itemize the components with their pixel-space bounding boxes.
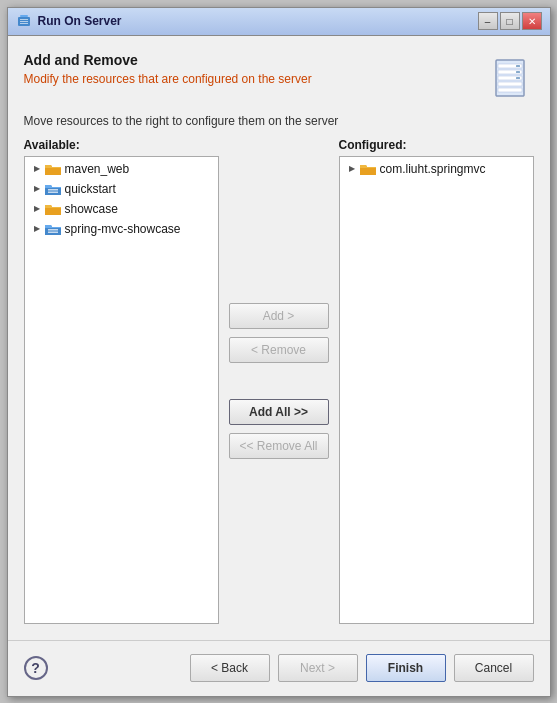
item-label: maven_web [65, 162, 130, 176]
expand-arrow: ▶ [31, 183, 43, 195]
folder-icon [45, 201, 61, 217]
close-button[interactable]: ✕ [522, 12, 542, 30]
folder-icon [45, 161, 61, 177]
title-bar-buttons: – □ ✕ [478, 12, 542, 30]
svg-rect-16 [48, 229, 58, 231]
svg-rect-11 [516, 65, 520, 67]
configured-label: Configured: [339, 138, 534, 152]
help-button[interactable]: ? [24, 656, 48, 680]
configured-list[interactable]: ▶ com.liuht.springmvc [339, 156, 534, 624]
svg-rect-9 [498, 82, 522, 86]
bottom-bar: ? < Back Next > Finish Cancel [8, 640, 550, 696]
list-item[interactable]: ▶ showcase [27, 199, 216, 219]
item-label: com.liuht.springmvc [380, 162, 486, 176]
folder-icon [45, 221, 61, 237]
svg-rect-3 [20, 21, 28, 22]
maximize-button[interactable]: □ [500, 12, 520, 30]
dialog-title: Add and Remove [24, 52, 478, 68]
available-label: Available: [24, 138, 219, 152]
svg-rect-4 [20, 23, 28, 24]
panels-area: Available: ▶ maven_web ▶ [24, 138, 534, 624]
add-button[interactable]: Add > [229, 303, 329, 329]
available-list[interactable]: ▶ maven_web ▶ [24, 156, 219, 624]
svg-rect-1 [20, 15, 28, 17]
content-area: Add and Remove Modify the resources that… [8, 36, 550, 640]
item-label: spring-mvc-showcase [65, 222, 181, 236]
folder-icon [360, 161, 376, 177]
svg-rect-10 [498, 88, 522, 92]
server-icon [486, 52, 534, 100]
item-label: quickstart [65, 182, 116, 196]
item-label-showcase: showcase [65, 202, 118, 216]
svg-rect-14 [48, 189, 58, 191]
window-icon [16, 13, 32, 29]
svg-rect-15 [48, 191, 58, 193]
header-text: Add and Remove Modify the resources that… [24, 52, 478, 86]
expand-arrow: ▶ [31, 203, 43, 215]
list-item[interactable]: ▶ maven_web [27, 159, 216, 179]
configured-panel: Configured: ▶ com.liuht.springmvc [339, 138, 534, 624]
svg-rect-13 [516, 77, 520, 79]
available-panel: Available: ▶ maven_web ▶ [24, 138, 219, 624]
instruction-text: Move resources to the right to configure… [24, 114, 534, 128]
expand-arrow: ▶ [346, 163, 358, 175]
action-buttons-panel: Add > < Remove Add All >> << Remove All [219, 138, 339, 624]
header-section: Add and Remove Modify the resources that… [24, 52, 534, 100]
list-item[interactable]: ▶ spring-mvc-showcase [27, 219, 216, 239]
list-item[interactable]: ▶ com.liuht.springmvc [342, 159, 531, 179]
dialog-window: Run On Server – □ ✕ Add and Remove Modif… [7, 7, 551, 697]
add-all-button[interactable]: Add All >> [229, 399, 329, 425]
window-title: Run On Server [38, 14, 478, 28]
next-button[interactable]: Next > [278, 654, 358, 682]
back-button[interactable]: < Back [190, 654, 270, 682]
remove-all-button[interactable]: << Remove All [229, 433, 329, 459]
minimize-button[interactable]: – [478, 12, 498, 30]
finish-button[interactable]: Finish [366, 654, 446, 682]
svg-rect-17 [48, 231, 58, 233]
expand-arrow: ▶ [31, 163, 43, 175]
list-item[interactable]: ▶ quickstart [27, 179, 216, 199]
title-bar: Run On Server – □ ✕ [8, 8, 550, 36]
folder-icon [45, 181, 61, 197]
svg-rect-2 [20, 19, 28, 20]
svg-rect-12 [516, 71, 520, 73]
dialog-subtitle: Modify the resources that are configured… [24, 72, 478, 86]
navigation-buttons: < Back Next > Finish Cancel [190, 654, 534, 682]
expand-arrow: ▶ [31, 223, 43, 235]
remove-button[interactable]: < Remove [229, 337, 329, 363]
cancel-button[interactable]: Cancel [454, 654, 534, 682]
